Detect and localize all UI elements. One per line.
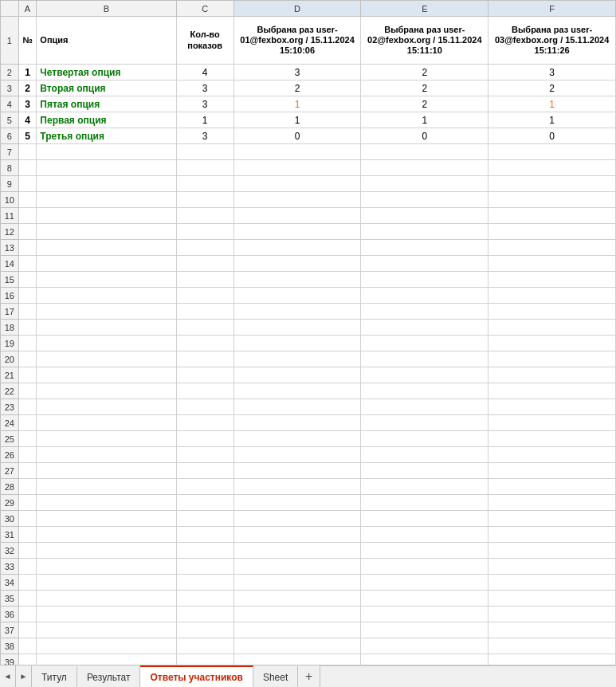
cell-e[interactable]: 1	[361, 112, 488, 128]
empty-row: 23	[1, 399, 616, 415]
empty-row: 10	[1, 192, 616, 208]
row-label: 2	[25, 83, 30, 94]
cell-e[interactable]: 2	[361, 96, 488, 112]
header-d[interactable]: Выбрана раз user-01@fexbox.org / 15.11.2…	[233, 17, 361, 65]
tab-answers[interactable]: Ответы участников	[140, 665, 253, 687]
header-b[interactable]: Опция	[37, 17, 176, 65]
cell-d[interactable]: 3	[233, 65, 361, 80]
empty-row: 14	[1, 256, 616, 272]
header-c[interactable]: Кол-во показов	[176, 17, 233, 65]
cell-a[interactable]: 1	[18, 65, 37, 80]
empty-row: 37	[1, 622, 616, 638]
cell-c[interactable]: 3	[176, 96, 233, 112]
cell-b[interactable]: Четвертая опция	[37, 65, 176, 80]
empty-row: 27	[1, 463, 616, 479]
col-header-B[interactable]: B	[37, 1, 176, 17]
row-num: 4	[1, 96, 19, 112]
data-row: 2 1 Четвертая опция 4 3 2 3	[1, 65, 616, 80]
col-header-A[interactable]: A	[18, 1, 37, 17]
cell-f[interactable]: 1	[488, 96, 616, 112]
cell-a[interactable]: 4	[18, 112, 37, 128]
cell-d[interactable]: 1	[233, 96, 361, 112]
cell-b[interactable]: Первая опция	[37, 112, 176, 128]
data-row: 5 4 Первая опция 1 1 1 1	[1, 112, 616, 128]
empty-row: 22	[1, 383, 616, 399]
header-e[interactable]: Выбрана раз user-02@fexbox.org / 15.11.2…	[361, 17, 488, 65]
cell-c[interactable]: 3	[176, 128, 233, 144]
header-f[interactable]: Выбрана раз user-03@fexbox.org / 15.11.2…	[488, 17, 616, 65]
empty-row: 15	[1, 272, 616, 288]
empty-row: 12	[1, 224, 616, 240]
cell-a[interactable]: 3	[18, 96, 37, 112]
cell-b[interactable]: Третья опция	[37, 128, 176, 144]
cell-b[interactable]: Пятая опция	[37, 96, 176, 112]
empty-row: 30	[1, 511, 616, 527]
empty-row: 11	[1, 208, 616, 224]
row-num: 3	[1, 80, 19, 96]
option-name: Вторая опция	[40, 83, 105, 94]
corner-cell	[1, 1, 19, 17]
option-name: Первая опция	[40, 115, 106, 126]
empty-row: 38	[1, 638, 616, 654]
option-name: Пятая опция	[40, 99, 100, 110]
cell-d[interactable]: 0	[233, 128, 361, 144]
cell-d[interactable]: 2	[233, 80, 361, 96]
row-label: 4	[25, 115, 30, 126]
cell-b[interactable]: Вторая опция	[37, 80, 176, 96]
cell-f[interactable]: 2	[488, 80, 616, 96]
tab-next-button[interactable]: ►	[16, 665, 32, 687]
cell-a[interactable]: 2	[18, 80, 37, 96]
row-num: 6	[1, 128, 19, 144]
spreadsheet: A B C D E F 1 № Опция Кол-во показов Выб…	[0, 0, 616, 687]
tab-sheet[interactable]: Sheet	[253, 665, 298, 687]
empty-row: 9	[1, 176, 616, 192]
empty-row: 31	[1, 527, 616, 543]
empty-row: 19	[1, 336, 616, 351]
cell-c[interactable]: 1	[176, 112, 233, 128]
header-a[interactable]: №	[18, 17, 37, 65]
cell-f[interactable]: 1	[488, 112, 616, 128]
cell-c[interactable]: 4	[176, 65, 233, 80]
cell-e[interactable]: 0	[361, 128, 488, 144]
cell-c[interactable]: 3	[176, 80, 233, 96]
row-label: 1	[25, 67, 30, 78]
empty-row: 35	[1, 591, 616, 607]
cell-e[interactable]: 2	[361, 80, 488, 96]
cell-f[interactable]: 0	[488, 128, 616, 144]
empty-row: 34	[1, 575, 616, 591]
cell-d[interactable]: 1	[233, 112, 361, 128]
data-row: 4 3 Пятая опция 3 1 2 1	[1, 96, 616, 112]
col-header-C[interactable]: C	[176, 1, 233, 17]
col-header-F[interactable]: F	[488, 1, 616, 17]
cell-a[interactable]: 5	[18, 128, 37, 144]
empty-row: 24	[1, 415, 616, 431]
data-row: 3 2 Вторая опция 3 2 2 2	[1, 80, 616, 96]
empty-row: 13	[1, 240, 616, 256]
option-name: Третья опция	[40, 131, 104, 142]
option-name: Четвертая опция	[40, 67, 120, 78]
data-header-row: 1 № Опция Кол-во показов Выбрана раз use…	[1, 17, 616, 65]
empty-row: 21	[1, 367, 616, 383]
col-header-D[interactable]: D	[233, 1, 361, 17]
empty-row: 29	[1, 495, 616, 511]
row-num-1: 1	[1, 17, 19, 65]
tab-prev-button[interactable]: ◄	[0, 665, 16, 687]
empty-row: 7	[1, 144, 616, 160]
tab-titul[interactable]: Титул	[32, 665, 77, 687]
empty-row: 18	[1, 320, 616, 336]
tab-bar: ◄ ► Титул Результат Ответы участников Sh…	[0, 665, 616, 687]
empty-row: 26	[1, 447, 616, 463]
tab-result[interactable]: Результат	[77, 665, 141, 687]
row-label: 3	[25, 99, 30, 110]
cell-f[interactable]: 3	[488, 65, 616, 80]
row-num: 5	[1, 112, 19, 128]
empty-row: 39	[1, 654, 616, 665]
cell-e[interactable]: 2	[361, 65, 488, 80]
empty-row: 32	[1, 543, 616, 559]
empty-row: 17	[1, 304, 616, 320]
tab-add-button[interactable]: +	[298, 665, 320, 687]
col-header-E[interactable]: E	[361, 1, 488, 17]
empty-row: 16	[1, 288, 616, 304]
empty-row: 8	[1, 160, 616, 176]
empty-row: 33	[1, 559, 616, 575]
